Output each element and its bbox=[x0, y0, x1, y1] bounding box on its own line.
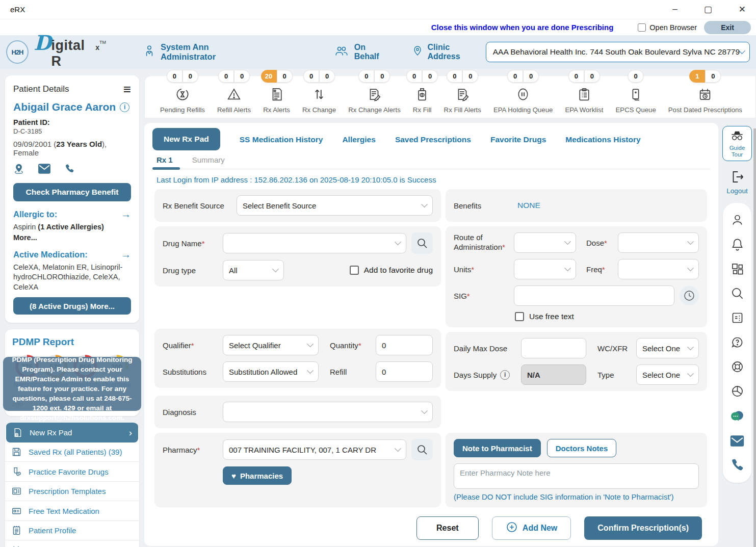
patient-phone-icon[interactable] bbox=[64, 163, 75, 176]
help-chat-icon[interactable] bbox=[731, 335, 744, 349]
toolbar-epa-worklist[interactable]: 00 EPA Worklist bbox=[565, 76, 603, 118]
wcxfr-label: WC/XFR bbox=[597, 344, 631, 353]
on-behalf-button[interactable]: On Behalf bbox=[334, 43, 390, 61]
chat-messages-icon[interactable] bbox=[729, 409, 745, 424]
toolbar-rx-fill-alerts[interactable]: 00 Rx Fill Alerts bbox=[444, 76, 481, 118]
days-supply-info-icon[interactable]: i bbox=[500, 370, 510, 380]
quantity-input[interactable]: 0 bbox=[376, 335, 433, 355]
window-scrollbar[interactable] bbox=[753, 128, 756, 547]
reset-button[interactable]: Reset bbox=[416, 516, 479, 540]
hamburger-menu-icon[interactable]: ≡ bbox=[123, 83, 131, 96]
toolbar-refill-alerts[interactable]: 00 Refill Alerts bbox=[217, 76, 251, 118]
drug-type-select[interactable]: All bbox=[223, 260, 284, 280]
id-card-icon[interactable] bbox=[731, 311, 744, 325]
exit-button[interactable]: Exit bbox=[704, 21, 751, 34]
tab-medications-history[interactable]: Medications History bbox=[565, 129, 640, 150]
phone-icon[interactable] bbox=[731, 458, 744, 472]
patient-info-icon[interactable]: i bbox=[120, 102, 129, 112]
profile-icon[interactable] bbox=[731, 213, 744, 227]
sig-history-clock-icon[interactable] bbox=[680, 286, 699, 305]
sidebar-item-free-text-medication[interactable]: Free Text Medication bbox=[5, 501, 139, 521]
patient-address-icon[interactable] bbox=[13, 163, 24, 176]
reports-pie-icon[interactable] bbox=[731, 384, 744, 398]
pharmacy-select[interactable]: 007 TRAINING FACILITY, 007, 1 CARY DR bbox=[223, 439, 406, 460]
use-free-text-checkbox[interactable] bbox=[515, 312, 524, 321]
sidebar-item-default-physician[interactable]: Default Physician bbox=[5, 540, 139, 547]
substitutions-select[interactable]: Substitution Allowed bbox=[223, 361, 319, 382]
minimize-button[interactable]: – bbox=[672, 4, 677, 15]
allergy-more-link[interactable]: More... bbox=[13, 233, 131, 242]
tab-ss-medication-history[interactable]: SS Medication History bbox=[240, 129, 323, 150]
close-button[interactable]: ✕ bbox=[739, 4, 746, 15]
allergy-summary: Aspirin (1 Active Allergies) bbox=[13, 222, 131, 232]
tab-allergies[interactable]: Allergies bbox=[342, 129, 375, 150]
toolbar-epcs-queue[interactable]: 0 EPCS Queue bbox=[616, 76, 656, 118]
tab-new-rx-pad[interactable]: New Rx Pad bbox=[152, 128, 220, 150]
doctor-icon bbox=[143, 44, 156, 60]
sig-input[interactable] bbox=[514, 285, 674, 306]
sidebar-item-saved-rx[interactable]: Saved Rx (all Patients) (39) bbox=[5, 442, 139, 462]
sidebar-item-prescription-templates[interactable]: Prescription Templates bbox=[5, 482, 139, 502]
patient-profile-icon bbox=[11, 525, 22, 536]
current-user[interactable]: System Ann Administrator bbox=[143, 42, 260, 62]
confirm-prescriptions-button[interactable]: Confirm Prescription(s) bbox=[584, 516, 702, 540]
logout-button[interactable]: Logout bbox=[726, 169, 747, 195]
daily-max-dose-input[interactable] bbox=[521, 338, 586, 358]
dose-select[interactable] bbox=[618, 232, 699, 253]
benefits-card: Benefits NONE bbox=[446, 189, 707, 222]
open-browser-label: Open Browser bbox=[649, 23, 697, 32]
drug-search-icon[interactable] bbox=[411, 232, 433, 254]
pharmacy-note-input[interactable] bbox=[454, 463, 699, 489]
route-select[interactable] bbox=[514, 232, 576, 253]
patient-email-icon[interactable] bbox=[38, 163, 51, 176]
toolbar-rx-change-alerts[interactable]: 00 Rx Change Alerts bbox=[348, 76, 401, 118]
toolbar-epa-holding-queue[interactable]: 00 EPA Holding Queue bbox=[493, 76, 553, 118]
wcxfr-select[interactable]: Select One bbox=[636, 338, 699, 358]
open-browser-checkbox[interactable] bbox=[638, 23, 646, 32]
note-to-pharmacist-tab[interactable]: Note to Pharmacist bbox=[454, 439, 541, 457]
tab-saved-prescriptions[interactable]: Saved Prescriptions bbox=[395, 129, 471, 150]
clinic-address-select[interactable]: AAA Behavioral Health Inc. 744 South Oak… bbox=[486, 42, 750, 62]
drug-name-select[interactable] bbox=[223, 233, 406, 253]
support-lifering-icon[interactable] bbox=[731, 360, 744, 374]
sidebar-item-practice-favorite-drugs[interactable]: Practice Favorite Drugs bbox=[5, 462, 139, 482]
diagnosis-select[interactable] bbox=[223, 402, 433, 422]
medication-arrow-icon[interactable]: → bbox=[121, 249, 131, 261]
toolbar-rx-alerts[interactable]: 200 Rx Alerts bbox=[263, 76, 290, 118]
allergy-arrow-icon[interactable]: → bbox=[121, 209, 131, 220]
sidebar-item-new-rx-pad[interactable]: New Rx Pad › bbox=[6, 423, 138, 442]
benefit-source-select[interactable]: Select Benefit Source bbox=[237, 195, 433, 216]
pharmacies-button[interactable]: ♥Pharmacies bbox=[223, 466, 292, 485]
app-header: H2H Digital RxTM System Ann Administrato… bbox=[0, 35, 756, 69]
pharmacy-search-icon[interactable] bbox=[411, 439, 433, 460]
apps-grid-icon[interactable] bbox=[731, 262, 744, 276]
sidebar-item-patient-profile[interactable]: Patient Profile bbox=[5, 521, 139, 541]
active-drugs-more-button[interactable]: (8 Active Drugs) More... bbox=[13, 297, 131, 315]
subtab-rx1[interactable]: Rx 1 bbox=[157, 155, 173, 169]
tab-favorite-drugs[interactable]: Favorite Drugs bbox=[490, 129, 546, 150]
freq-select[interactable] bbox=[618, 259, 699, 279]
rx-subtabs: Rx 1 Summary bbox=[152, 155, 710, 169]
subtab-summary[interactable]: Summary bbox=[192, 155, 225, 169]
check-pharmacy-benefit-button[interactable]: Check Pharmacy Benefit bbox=[13, 183, 131, 201]
epa-holding-queue-icon bbox=[515, 87, 531, 104]
toolbar-pending-refills[interactable]: 00 Pending Refills bbox=[160, 76, 205, 118]
chevron-down-icon bbox=[687, 265, 694, 271]
refill-input[interactable]: 0 bbox=[376, 361, 433, 382]
toolbar-rx-change[interactable]: 00 Rx Change bbox=[302, 76, 336, 118]
units-select[interactable] bbox=[514, 259, 576, 279]
toolbar-post-dated-prescriptions[interactable]: 10 Post Dated Prescriptions bbox=[668, 76, 742, 118]
search-icon[interactable] bbox=[731, 286, 744, 300]
toolbar-rx-fill[interactable]: 00 Rx Fill bbox=[413, 76, 432, 118]
doctors-notes-tab[interactable]: Doctors Notes bbox=[547, 439, 617, 457]
qualifier-select[interactable]: Select Qualifier bbox=[223, 335, 319, 355]
add-new-button[interactable]: Add New bbox=[492, 516, 571, 540]
type-select[interactable]: Select One bbox=[636, 364, 699, 385]
add-favorite-drug-checkbox[interactable] bbox=[350, 266, 359, 275]
pharmacist-note-card: Note to Pharmacist Doctors Notes (Please… bbox=[446, 433, 707, 507]
guide-tour-button[interactable]: Guide Tour bbox=[722, 126, 752, 161]
plus-circle-icon bbox=[506, 521, 518, 535]
mail-icon[interactable] bbox=[729, 435, 745, 447]
maximize-button[interactable]: ▢ bbox=[704, 4, 712, 15]
notifications-bell-icon[interactable] bbox=[731, 238, 744, 251]
